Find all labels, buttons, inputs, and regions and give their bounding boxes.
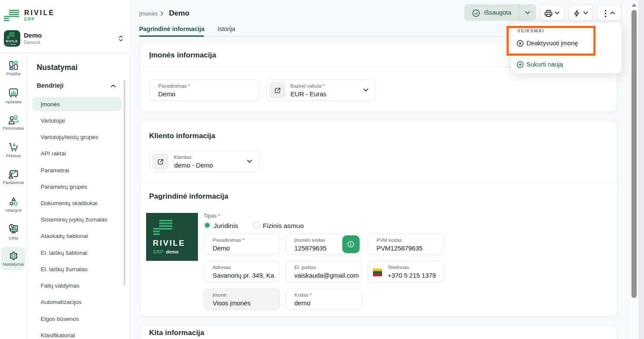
svg-text:ERP: ERP <box>6 43 10 45</box>
svg-text:RIVILE: RIVILE <box>153 238 185 247</box>
svg-text:demo: demo <box>166 249 179 254</box>
svg-text:demo: demo <box>11 43 16 45</box>
svg-text:RIVILE: RIVILE <box>6 40 18 43</box>
svg-text:ERP: ERP <box>153 249 164 254</box>
